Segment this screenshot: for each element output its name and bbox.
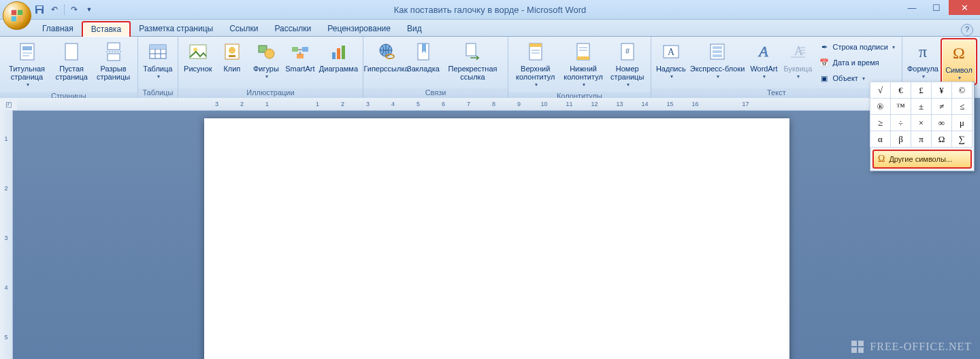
ruler-tick: 15	[657, 101, 683, 107]
ruler-tick: 2	[4, 185, 7, 210]
ruler-horizontal[interactable]: 3211234567891011121314151617	[17, 98, 968, 111]
ruler-tick: 14	[632, 101, 657, 107]
header-button[interactable]: Верхний колонтитул▾	[511, 38, 559, 90]
svg-rect-13	[108, 54, 120, 61]
ruler-vertical[interactable]: 12345	[0, 110, 13, 359]
group-tables: Таблица▾ Таблицы	[138, 37, 178, 99]
page-number-icon: #	[617, 41, 638, 63]
svg-rect-39	[529, 44, 542, 47]
symbol-cell[interactable]: ×	[911, 114, 932, 131]
group-links: Гиперссылка Закладка Перекрестная ссылка…	[363, 37, 508, 99]
signature-icon: ✒	[819, 41, 830, 52]
symbol-cell[interactable]: μ	[951, 114, 973, 131]
symbol-cell[interactable]: ∑	[951, 131, 973, 148]
blank-page-button[interactable]: Пустая страница	[51, 38, 92, 82]
symbol-cell[interactable]: ≥	[870, 114, 891, 131]
picture-button[interactable]: Рисунок	[181, 38, 215, 74]
svg-rect-0	[12, 10, 16, 15]
symbol-cell[interactable]: ™	[890, 98, 911, 115]
help-icon[interactable]: ?	[961, 24, 973, 36]
symbol-cell[interactable]: ≠	[931, 98, 952, 115]
ruler-tick: 10	[532, 101, 557, 107]
svg-rect-31	[332, 52, 336, 59]
textbox-button[interactable]: A Надпись▾	[654, 38, 688, 82]
group-pages: Титульная страница▾ Пустая страница Разр…	[0, 37, 138, 99]
svg-rect-41	[532, 52, 540, 54]
symbol-cell[interactable]: ®	[870, 98, 891, 115]
signature-line-button[interactable]: ✒Строка подписи▾	[817, 39, 896, 54]
ruler-tick: 3	[204, 101, 229, 107]
tab-mailings[interactable]: Рассылки	[266, 22, 319, 36]
wordart-button[interactable]: A WordArt▾	[747, 38, 781, 82]
document-page[interactable]	[204, 118, 789, 359]
symbol-cell[interactable]: ≤	[951, 98, 973, 115]
redo-icon[interactable]: ↷	[69, 4, 80, 15]
document-area: ◰ 3211234567891011121314151617 12345 FRE…	[0, 98, 980, 359]
date-icon: 📅	[819, 57, 830, 68]
minimize-button[interactable]: —	[900, 0, 924, 15]
symbol-cell[interactable]: ∞	[931, 114, 952, 131]
qat-more-icon[interactable]: ▼	[84, 4, 95, 15]
tab-review[interactable]: Рецензирование	[319, 22, 399, 36]
shapes-icon	[255, 41, 277, 63]
bookmark-button[interactable]: Закладка	[406, 38, 440, 74]
page-break-icon	[103, 41, 125, 63]
symbol-cell[interactable]: β	[890, 131, 911, 148]
symbol-cell[interactable]: √	[870, 82, 891, 99]
save-icon[interactable]	[34, 4, 45, 15]
dropcap-button[interactable]: A Буквица▾	[781, 38, 815, 82]
date-time-button[interactable]: 📅Дата и время	[817, 55, 896, 70]
clipart-button[interactable]: Клип	[215, 38, 249, 74]
tab-references[interactable]: Ссылки	[221, 22, 266, 36]
undo-icon[interactable]: ↶	[49, 4, 60, 15]
ruler-tick: 6	[431, 101, 456, 107]
symbol-cell[interactable]: ©	[951, 82, 973, 99]
ruler-tick: 4	[380, 101, 406, 107]
symbol-cell[interactable]: π	[911, 131, 932, 148]
ribbon: Титульная страница▾ Пустая страница Разр…	[0, 37, 980, 100]
close-button[interactable]: ✕	[949, 0, 980, 15]
shapes-button[interactable]: Фигуры▾	[249, 38, 283, 82]
symbol-cell[interactable]: Ω	[931, 131, 952, 148]
office-button[interactable]	[3, 1, 31, 30]
maximize-button[interactable]: ☐	[924, 0, 949, 15]
svg-rect-9	[22, 52, 32, 54]
window-buttons: — ☐ ✕	[900, 0, 980, 15]
quickparts-button[interactable]: Экспресс-блоки▾	[688, 38, 747, 82]
ruler-tick: 1	[305, 101, 330, 107]
equation-button[interactable]: π Формула▾	[905, 38, 941, 82]
tab-view[interactable]: Вид	[399, 22, 430, 36]
svg-rect-37	[466, 44, 476, 56]
svg-rect-12	[108, 43, 120, 50]
tab-insert[interactable]: Вставка	[82, 21, 131, 37]
page-number-button[interactable]: # Номер страницы▾	[607, 38, 648, 90]
symbol-cell[interactable]: ÷	[890, 114, 911, 131]
svg-rect-62	[851, 341, 857, 346]
symbol-cell[interactable]: £	[911, 82, 932, 99]
ruler-tick: 5	[4, 334, 7, 359]
symbol-cell[interactable]: α	[870, 131, 891, 148]
smartart-button[interactable]: SmartArt	[283, 38, 317, 74]
object-icon: ▣	[819, 73, 830, 84]
symbol-button[interactable]: Ω Символ▾	[941, 38, 977, 85]
textbox-icon: A	[660, 41, 682, 63]
cover-page-button[interactable]: Титульная страница▾	[3, 38, 51, 90]
table-button[interactable]: Таблица▾	[141, 38, 175, 82]
symbol-cell[interactable]: €	[890, 82, 911, 99]
equation-icon: π	[912, 41, 934, 63]
ruler-tick: 3	[355, 101, 380, 107]
hyperlink-button[interactable]: Гиперссылка	[366, 38, 406, 74]
ruler-corner[interactable]: ◰	[0, 98, 18, 111]
page-break-button[interactable]: Разрыв страницы	[92, 38, 135, 82]
chart-button[interactable]: Диаграмма	[317, 38, 360, 74]
more-symbols-button[interactable]: Ω Другие символы...	[872, 150, 972, 169]
symbol-cell[interactable]: ±	[911, 98, 932, 115]
omega-icon: Ω	[878, 154, 885, 165]
tab-home[interactable]: Главная	[34, 22, 82, 36]
symbol-cell[interactable]: ¥	[931, 82, 952, 99]
footer-button[interactable]: Нижний колонтитул▾	[559, 38, 606, 90]
svg-rect-51	[713, 46, 722, 49]
tab-page-layout[interactable]: Разметка страницы	[131, 22, 221, 36]
svg-rect-1	[18, 10, 22, 15]
crossref-button[interactable]: Перекрестная ссылка	[440, 38, 505, 82]
